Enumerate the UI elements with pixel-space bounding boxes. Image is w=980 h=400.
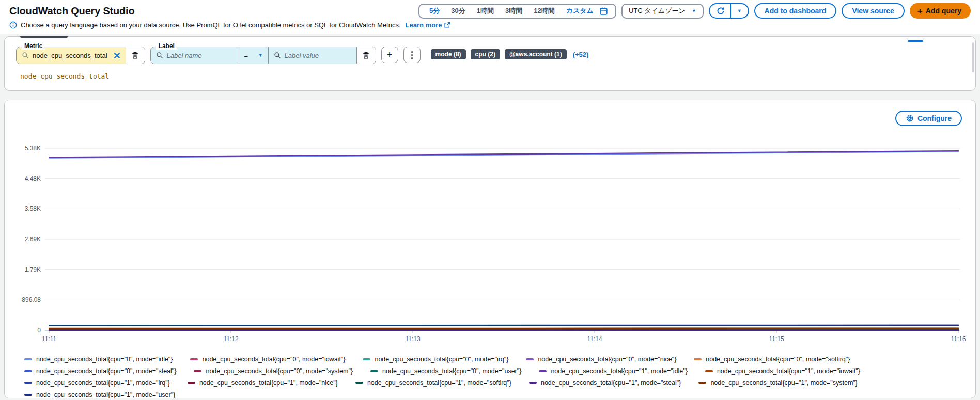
time-range-option-0[interactable]: 5分 — [424, 6, 445, 16]
legend-item-5[interactable]: node_cpu_seconds_total{cpu="0", mode="st… — [24, 367, 176, 375]
legend-label: node_cpu_seconds_total{cpu="0", mode="ir… — [375, 356, 508, 363]
refresh-options-button[interactable]: ▼ — [730, 4, 748, 18]
legend-item-4[interactable]: node_cpu_seconds_total{cpu="0", mode="so… — [694, 356, 850, 363]
top-bar: CloudWatch Query Studio 5分30分1時間3時間12時間カ… — [0, 0, 980, 20]
legend-item-13[interactable]: node_cpu_seconds_total{cpu="1", mode="st… — [529, 379, 681, 387]
legend-item-2[interactable]: node_cpu_seconds_total{cpu="0", mode="ir… — [363, 356, 508, 363]
x-axis-tick-label: 11:14 — [587, 335, 602, 343]
learn-more-label: Learn more — [406, 21, 442, 29]
x-axis-tick-label: 11:15 — [769, 335, 784, 343]
legend-label: node_cpu_seconds_total{cpu="0", mode="ni… — [538, 356, 676, 363]
legend-label: node_cpu_seconds_total{cpu="1", mode="us… — [36, 391, 175, 398]
search-icon — [156, 52, 163, 59]
series-line — [49, 151, 958, 158]
legend-marker — [694, 358, 702, 360]
badge-aws-account[interactable]: @aws.account (1) — [505, 49, 567, 59]
legend-item-10[interactable]: node_cpu_seconds_total{cpu="1", mode="ir… — [24, 379, 170, 387]
line-chart: 5.38K4.48K3.58K2.69K1.79K896.08011:1111:… — [9, 136, 976, 348]
more-actions-button[interactable] — [403, 47, 421, 63]
add-filter-button[interactable]: + — [381, 47, 398, 63]
refresh-button[interactable] — [710, 4, 730, 18]
chart-area: 5.38K4.48K3.58K2.69K1.79K896.08011:1111:… — [9, 136, 971, 398]
legend-marker — [370, 370, 378, 372]
legend-marker — [363, 358, 370, 360]
refresh-split-button: ▼ — [709, 3, 749, 19]
legend-item-1[interactable]: node_cpu_seconds_total{cpu="0", mode="io… — [190, 356, 345, 363]
x-axis-tick-label: 11:11 — [42, 335, 57, 343]
active-tab-indicator — [20, 36, 68, 38]
legend-marker — [539, 370, 547, 372]
more-filters-link[interactable]: (+52) — [573, 51, 589, 58]
chart-panel: Configure 5.38K4.48K3.58K2.69K1.79K896.0… — [4, 100, 976, 398]
clear-metric-button[interactable] — [114, 52, 120, 59]
kebab-menu-icon — [411, 51, 413, 59]
filter-badges: mode (8) cpu (2) @aws.account (1) (+52) — [431, 49, 589, 59]
legend-marker — [24, 370, 32, 372]
legend-label: node_cpu_seconds_total{cpu="1", mode="io… — [717, 367, 860, 375]
legend-label: node_cpu_seconds_total{cpu="1", mode="st… — [541, 379, 681, 387]
legend-marker — [698, 382, 706, 384]
operator-select[interactable]: = ▼ — [239, 47, 268, 64]
calendar-icon[interactable] — [599, 7, 611, 16]
configure-button[interactable]: Configure — [895, 111, 962, 126]
x-axis-tick-label: 11:12 — [223, 335, 238, 343]
legend-item-0[interactable]: node_cpu_seconds_total{cpu="0", mode="id… — [24, 356, 173, 363]
metric-group-label: Metric — [22, 42, 45, 50]
add-to-dashboard-button[interactable]: Add to dashboard — [754, 3, 837, 19]
legend-item-12[interactable]: node_cpu_seconds_total{cpu="1", mode="so… — [355, 379, 511, 387]
add-query-label: Add query — [926, 7, 961, 15]
legend-label: node_cpu_seconds_total{cpu="0", mode="so… — [706, 356, 850, 363]
time-range-option-2[interactable]: 1時間 — [471, 6, 500, 16]
legend-label: node_cpu_seconds_total{cpu="1", mode="so… — [367, 379, 511, 387]
operator-value: = — [244, 52, 248, 59]
y-axis-tick-label: 0 — [37, 327, 41, 334]
timezone-label: UTC タイムゾーン — [629, 6, 686, 16]
page-content: Metric node_cpu_seconds_total — [0, 34, 980, 398]
timezone-select[interactable]: UTC タイムゾーン ▼ — [621, 4, 704, 19]
scrollbar[interactable] — [972, 42, 974, 72]
add-query-button[interactable]: + Add query — [910, 3, 971, 19]
legend-label: node_cpu_seconds_total{cpu="0", mode="io… — [202, 356, 345, 363]
search-icon — [22, 52, 29, 59]
time-range-option-4[interactable]: 12時間 — [528, 6, 560, 16]
legend-marker — [190, 358, 198, 360]
legend-marker — [188, 382, 195, 384]
refresh-icon — [717, 7, 725, 15]
legend-item-8[interactable]: node_cpu_seconds_total{cpu="1", mode="id… — [539, 367, 687, 375]
legend-item-14[interactable]: node_cpu_seconds_total{cpu="1", mode="sy… — [698, 379, 858, 387]
delete-metric-button[interactable] — [126, 47, 145, 64]
legend-label: node_cpu_seconds_total{cpu="1", mode="ni… — [199, 379, 338, 387]
x-axis-tick-label: 11:16 — [951, 335, 966, 343]
legend-label: node_cpu_seconds_total{cpu="1", mode="ir… — [36, 379, 170, 387]
label-value-placeholder: Label value — [285, 52, 319, 59]
legend-item-9[interactable]: node_cpu_seconds_total{cpu="1", mode="io… — [705, 367, 860, 375]
legend-label: node_cpu_seconds_total{cpu="0", mode="sy… — [206, 367, 353, 375]
trash-icon — [362, 51, 370, 59]
learn-more-link[interactable]: Learn more — [406, 21, 451, 29]
legend-item-11[interactable]: node_cpu_seconds_total{cpu="1", mode="ni… — [188, 379, 338, 387]
time-range-group: 5分30分1時間3時間12時間カスタム — [418, 4, 616, 19]
scroll-indicator — [908, 40, 923, 42]
y-axis-tick-label: 5.38K — [25, 145, 41, 152]
view-source-button[interactable]: View source — [842, 3, 904, 19]
time-range-option-5[interactable]: カスタム — [561, 6, 599, 16]
legend-item-7[interactable]: node_cpu_seconds_total{cpu="0", mode="us… — [370, 367, 521, 375]
time-range-option-1[interactable]: 30分 — [445, 6, 471, 16]
series-line — [49, 151, 958, 157]
time-range-option-3[interactable]: 3時間 — [500, 6, 528, 16]
legend-marker — [529, 382, 537, 384]
metric-group: Metric node_cpu_seconds_total — [16, 47, 145, 64]
badge-mode[interactable]: mode (8) — [431, 49, 466, 59]
legend-item-3[interactable]: node_cpu_seconds_total{cpu="0", mode="ni… — [526, 356, 676, 363]
legend-label: node_cpu_seconds_total{cpu="0", mode="us… — [382, 367, 521, 375]
delete-label-button[interactable] — [357, 47, 376, 64]
legend-item-6[interactable]: node_cpu_seconds_total{cpu="0", mode="sy… — [194, 367, 353, 375]
query-preview-text: node_cpu_seconds_total — [20, 72, 975, 80]
label-value-input[interactable]: Label value — [269, 47, 356, 64]
query-builder-row: Metric node_cpu_seconds_total — [5, 37, 975, 64]
legend-label: node_cpu_seconds_total{cpu="1", mode="id… — [551, 367, 687, 375]
badge-cpu[interactable]: cpu (2) — [471, 49, 500, 59]
plus-icon: + — [387, 50, 393, 60]
legend-marker — [24, 394, 32, 396]
legend-item-15[interactable]: node_cpu_seconds_total{cpu="1", mode="us… — [24, 391, 175, 398]
